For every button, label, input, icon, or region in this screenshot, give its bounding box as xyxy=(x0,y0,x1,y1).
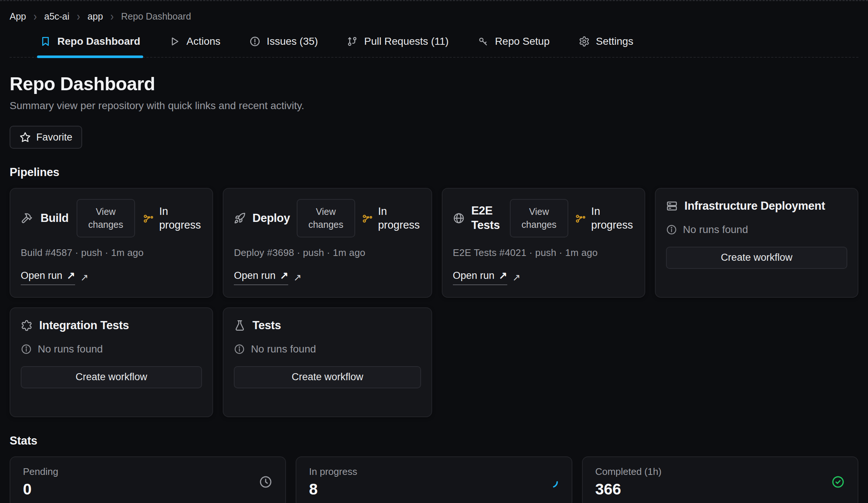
view-changes-button[interactable]: View changes xyxy=(297,199,355,237)
arrow-up-right-icon: ↗ xyxy=(67,270,75,281)
tab-label: Repo Setup xyxy=(495,36,550,47)
stat-label: Completed (1h) xyxy=(595,466,662,477)
status-label: In progress xyxy=(378,205,421,232)
stat-card-in-progress: In progress 8 xyxy=(296,456,572,503)
pipeline-card-deploy: Deploy View changes In progress Deploy #… xyxy=(223,188,432,298)
workflow-icon xyxy=(575,213,586,224)
breadcrumb-separator-icon: › xyxy=(77,9,80,24)
stat-card-completed: Completed (1h) 366 xyxy=(582,456,858,503)
workflow-icon xyxy=(362,213,373,224)
external-link-icon: ↗ xyxy=(80,272,88,283)
check-circle-icon xyxy=(831,475,845,489)
breadcrumb-item-org[interactable]: a5c-ai xyxy=(44,11,69,22)
info-icon xyxy=(21,344,32,355)
page-subtitle: Summary view per repository with quick l… xyxy=(10,100,858,112)
tab-settings[interactable]: Settings xyxy=(577,30,635,57)
run-meta: Build #4587 · push · 1m ago xyxy=(21,247,202,259)
gear-icon xyxy=(579,36,590,47)
pipeline-name: Infrastructure Deployment xyxy=(684,199,825,213)
stats-grid: Pending 0 In progress 8 Completed (1h) 3… xyxy=(10,456,858,503)
pipeline-name: E2E Tests xyxy=(471,204,503,233)
stat-label: Pending xyxy=(23,466,58,477)
open-run-label: Open run xyxy=(453,270,495,281)
open-run-link[interactable]: Open run ↗ xyxy=(21,270,75,285)
pipeline-card-build: Build View changes In progress Build #45… xyxy=(10,188,213,298)
favorite-button[interactable]: Favorite xyxy=(10,126,82,149)
stat-card-pending: Pending 0 xyxy=(10,456,286,503)
hammer-icon xyxy=(21,212,33,224)
stat-value: 366 xyxy=(595,480,662,498)
arrow-up-right-icon: ↗ xyxy=(280,270,289,281)
status-label: In progress xyxy=(159,205,202,232)
open-run-link[interactable]: Open run ↗ xyxy=(234,270,288,285)
external-link-icon: ↗ xyxy=(293,272,302,283)
info-icon xyxy=(234,344,245,355)
pipeline-name: Integration Tests xyxy=(39,318,129,333)
breadcrumb-separator-icon: › xyxy=(33,9,37,24)
view-changes-button[interactable]: View changes xyxy=(77,199,135,237)
tab-actions[interactable]: Actions xyxy=(168,30,222,57)
tab-pull-requests[interactable]: Pull Requests (11) xyxy=(345,30,450,57)
tab-issues[interactable]: Issues (35) xyxy=(248,30,320,57)
pipeline-name: Tests xyxy=(252,318,281,333)
pipeline-name: Build xyxy=(40,211,68,226)
tab-label: Actions xyxy=(186,36,221,47)
stat-value: 8 xyxy=(309,480,357,498)
stat-value: 0 xyxy=(23,480,58,498)
open-run-label: Open run xyxy=(234,270,276,281)
spinner-icon xyxy=(545,475,559,489)
breadcrumb-item-repo[interactable]: app xyxy=(88,11,103,22)
arrow-up-right-icon: ↗ xyxy=(499,270,507,281)
stat-label: In progress xyxy=(309,466,357,477)
open-run-link[interactable]: Open run ↗ xyxy=(453,270,507,285)
tab-repo-dashboard[interactable]: Repo Dashboard xyxy=(38,30,142,57)
run-meta: Deploy #3698 · push · 1m ago xyxy=(234,247,421,259)
no-runs-label: No runs found xyxy=(251,343,316,355)
view-changes-button[interactable]: View changes xyxy=(510,199,568,237)
tab-label: Issues (35) xyxy=(267,36,318,47)
pipeline-card-e2e-tests: E2E Tests View changes In progress E2E T… xyxy=(442,188,645,298)
breadcrumb-item-app[interactable]: App xyxy=(10,11,26,22)
run-meta: E2E Tests #4021 · push · 1m ago xyxy=(453,247,634,259)
page-title: Repo Dashboard xyxy=(10,73,858,95)
status-label: In progress xyxy=(591,205,634,232)
pipeline-status: In progress xyxy=(143,205,202,232)
tab-bar: Repo Dashboard Actions Issues (35) Pull … xyxy=(10,30,858,58)
breadcrumb-item-current: Repo Dashboard xyxy=(121,11,191,22)
star-icon xyxy=(19,131,31,143)
flask-icon xyxy=(234,320,246,331)
create-workflow-button[interactable]: Create workflow xyxy=(21,366,202,388)
stats-heading: Stats xyxy=(10,434,858,448)
favorite-label: Favorite xyxy=(36,132,73,143)
clock-icon xyxy=(259,475,273,489)
pipeline-card-infrastructure-deployment: Infrastructure Deployment No runs found … xyxy=(655,188,858,298)
pipeline-name: Deploy xyxy=(252,211,290,226)
pipeline-status: In progress xyxy=(575,205,634,232)
pipeline-card-integration-tests: Integration Tests No runs found Create w… xyxy=(10,307,213,417)
tab-label: Repo Dashboard xyxy=(57,36,140,47)
pipeline-status: In progress xyxy=(362,205,421,232)
pipeline-card-tests: Tests No runs found Create workflow xyxy=(223,307,432,417)
breadcrumb: App › a5c-ai › app › Repo Dashboard xyxy=(10,11,858,22)
workflow-icon xyxy=(143,213,154,224)
no-runs-label: No runs found xyxy=(683,224,748,236)
info-icon xyxy=(666,224,677,235)
globe-icon xyxy=(453,212,465,224)
git-pull-request-icon xyxy=(347,36,358,47)
bookmark-icon xyxy=(40,36,51,47)
play-icon xyxy=(169,36,180,47)
create-workflow-button[interactable]: Create workflow xyxy=(234,366,421,388)
tab-repo-setup[interactable]: Repo Setup xyxy=(476,30,551,57)
alert-circle-icon xyxy=(249,36,260,47)
breadcrumb-separator-icon: › xyxy=(110,9,114,24)
cog-icon xyxy=(21,320,33,331)
no-runs-label: No runs found xyxy=(38,343,103,355)
open-run-label: Open run xyxy=(21,270,63,281)
tab-label: Settings xyxy=(596,36,633,47)
external-link-icon: ↗ xyxy=(512,272,521,283)
server-icon xyxy=(666,200,678,212)
pipelines-heading: Pipelines xyxy=(10,166,858,179)
create-workflow-button[interactable]: Create workflow xyxy=(666,247,847,269)
page-header: App › a5c-ai › app › Repo Dashboard Repo… xyxy=(0,1,868,58)
rocket-icon xyxy=(234,212,246,224)
